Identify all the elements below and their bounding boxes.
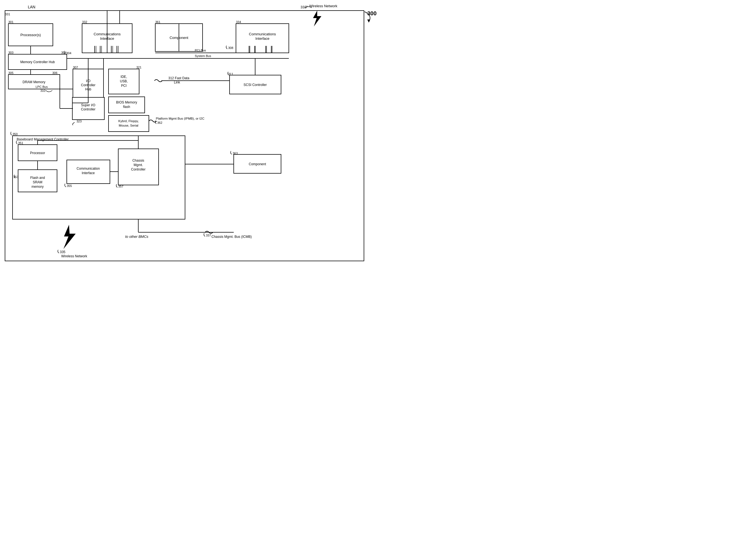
svg-text:Chassis: Chassis bbox=[132, 159, 144, 162]
svg-text:Controller: Controller bbox=[131, 167, 146, 171]
svg-text:Communications: Communications bbox=[94, 32, 121, 36]
svg-rect-36 bbox=[8, 75, 60, 89]
svg-rect-45 bbox=[109, 69, 139, 94]
svg-text:363: 363 bbox=[233, 152, 238, 155]
svg-text:LAN: LAN bbox=[28, 5, 35, 9]
svg-rect-56 bbox=[72, 97, 104, 120]
svg-rect-40 bbox=[73, 69, 104, 102]
svg-text:334: 334 bbox=[236, 20, 241, 24]
svg-text:332: 332 bbox=[82, 20, 87, 24]
svg-text:304: 304 bbox=[61, 51, 66, 54]
svg-text:DRAM Memory: DRAM Memory bbox=[23, 80, 45, 84]
svg-text:337: 337 bbox=[206, 234, 211, 237]
svg-text:Component: Component bbox=[249, 162, 266, 166]
svg-rect-13 bbox=[82, 24, 132, 53]
svg-text:Memory Controller Hub: Memory Controller Hub bbox=[20, 60, 55, 64]
svg-rect-63 bbox=[13, 136, 185, 219]
svg-text:355: 355 bbox=[67, 184, 72, 187]
svg-text:Kybrd, Floppy,: Kybrd, Floppy, bbox=[118, 119, 139, 123]
svg-rect-69 bbox=[18, 170, 57, 192]
svg-text:USB,: USB, bbox=[120, 79, 128, 83]
svg-text:Link: Link bbox=[174, 80, 180, 84]
svg-text:333: 333 bbox=[301, 5, 307, 9]
svg-text:Processor(s): Processor(s) bbox=[20, 33, 41, 37]
svg-text:IDE,: IDE, bbox=[120, 75, 127, 79]
svg-rect-10 bbox=[8, 24, 53, 46]
svg-text:304: 304 bbox=[66, 51, 71, 55]
svg-rect-24 bbox=[236, 24, 289, 53]
svg-marker-126 bbox=[63, 225, 76, 249]
svg-text:307: 307 bbox=[73, 66, 78, 69]
svg-text:Flash and: Flash and bbox=[30, 176, 45, 180]
svg-text:353: 353 bbox=[13, 175, 18, 179]
svg-text:311: 311 bbox=[228, 72, 233, 76]
svg-text:335: 335 bbox=[60, 250, 65, 254]
svg-text:BIOS Memory: BIOS Memory bbox=[116, 100, 137, 104]
svg-rect-74 bbox=[67, 160, 110, 184]
svg-rect-60 bbox=[230, 75, 281, 94]
svg-text:PCI Bus: PCI Bus bbox=[195, 49, 206, 52]
svg-rect-53 bbox=[109, 115, 149, 132]
svg-text:Mgmt.: Mgmt. bbox=[134, 163, 143, 167]
svg-text:memory: memory bbox=[31, 185, 43, 189]
svg-text:308: 308 bbox=[228, 46, 233, 50]
svg-text:Wireless Network: Wireless Network bbox=[61, 254, 87, 258]
svg-rect-32 bbox=[8, 54, 67, 70]
svg-text:350: 350 bbox=[13, 132, 18, 136]
svg-text:323: 323 bbox=[77, 120, 82, 123]
svg-rect-66 bbox=[18, 145, 57, 161]
diagram-container: LAN 331 300 333 ~ Wireless Network Proce… bbox=[0, 0, 378, 271]
svg-text:Interface: Interface bbox=[82, 171, 95, 175]
svg-rect-0 bbox=[5, 11, 364, 261]
svg-text:Interface: Interface bbox=[255, 36, 270, 41]
svg-text:LPC Bus: LPC Bus bbox=[36, 85, 48, 88]
svg-text:306: 306 bbox=[52, 71, 57, 75]
svg-text:Mouse, Serial: Mouse, Serial bbox=[119, 124, 138, 127]
svg-text:to other BMCs: to other BMCs bbox=[125, 235, 149, 239]
svg-text:Super I/O: Super I/O bbox=[81, 103, 95, 107]
svg-rect-21 bbox=[155, 24, 203, 51]
svg-text:System Bus: System Bus bbox=[195, 54, 211, 58]
svg-text:Platform Mgmt Bus (IPMB), or I: Platform Mgmt Bus (IPMB), or I2C bbox=[156, 117, 204, 120]
svg-text:I/O: I/O bbox=[86, 79, 90, 83]
svg-text:361: 361 bbox=[155, 20, 160, 24]
svg-text:303: 303 bbox=[8, 51, 13, 54]
svg-text:SCSI Controller: SCSI Controller bbox=[243, 83, 267, 87]
svg-rect-78 bbox=[118, 149, 159, 185]
svg-text:Communication: Communication bbox=[77, 167, 100, 171]
svg-rect-83 bbox=[234, 154, 281, 173]
svg-text:321: 321 bbox=[136, 66, 141, 69]
svg-text:331: 331 bbox=[5, 13, 10, 16]
svg-text:301: 301 bbox=[8, 20, 13, 24]
svg-text:357: 357 bbox=[118, 185, 123, 188]
svg-rect-50 bbox=[109, 97, 145, 113]
svg-text:PCI: PCI bbox=[121, 84, 127, 88]
svg-text:351: 351 bbox=[18, 141, 23, 145]
svg-text:Chassis Mgmt. Bus (ICMB): Chassis Mgmt. Bus (ICMB) bbox=[211, 235, 252, 239]
svg-text:362: 362 bbox=[157, 121, 162, 124]
svg-text:Component: Component bbox=[169, 36, 188, 40]
svg-text:SRAM: SRAM bbox=[33, 180, 43, 184]
svg-text:Interface: Interface bbox=[100, 36, 114, 41]
svg-text:310: 310 bbox=[40, 89, 45, 92]
svg-marker-6 bbox=[367, 19, 370, 22]
svg-text:Processor: Processor bbox=[30, 151, 45, 155]
svg-text:flash: flash bbox=[123, 105, 130, 109]
svg-marker-9 bbox=[313, 11, 321, 26]
svg-text:300: 300 bbox=[367, 10, 376, 16]
svg-text:~ Wireless Network: ~ Wireless Network bbox=[306, 4, 338, 8]
svg-text:Hub: Hub bbox=[85, 87, 91, 91]
svg-text:Controller: Controller bbox=[81, 107, 95, 111]
svg-text:312  Fast Data: 312 Fast Data bbox=[168, 76, 189, 80]
svg-text:Communications: Communications bbox=[249, 32, 276, 36]
svg-text:Baseboard Management Controlle: Baseboard Management Controller bbox=[17, 137, 69, 141]
svg-text:Controller: Controller bbox=[81, 83, 95, 87]
svg-text:305: 305 bbox=[8, 71, 13, 75]
